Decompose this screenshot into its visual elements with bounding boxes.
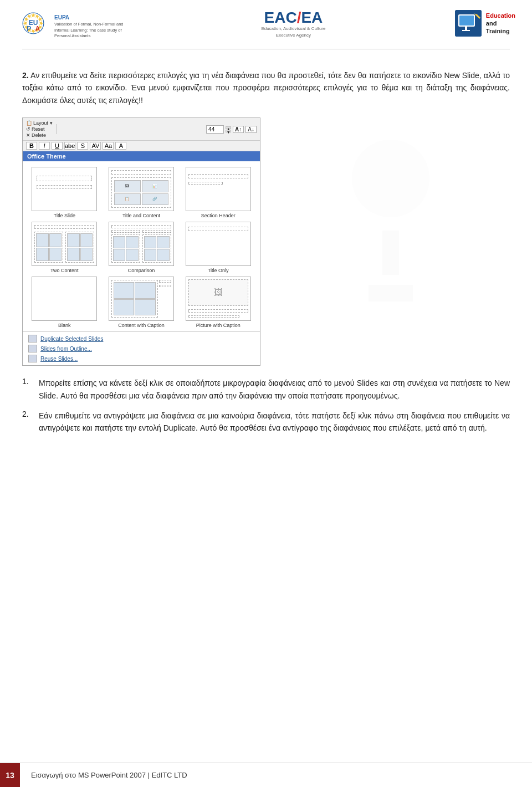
svg-rect-20	[462, 30, 470, 31]
section-main-bar	[188, 174, 248, 178]
page-footer: 13 Εισαγωγή στο MS PowerPoint 2007 | EdI…	[0, 763, 532, 787]
layout-item-comparison[interactable]: Comparison	[103, 219, 180, 274]
layout-thumb-title-content: 🖼 📊 📋 🔗	[109, 167, 174, 211]
layout-item-title-slide[interactable]: Title Slide	[26, 165, 103, 219]
pic-icon: 🖼	[214, 288, 223, 298]
strikethrough-button[interactable]: abe	[64, 142, 75, 150]
eupa-logo-icon: EU P A	[17, 10, 50, 43]
font-buttons-row: B I U abe S AV Aa A	[23, 141, 260, 151]
r-icon-1	[67, 233, 80, 247]
font-color-button[interactable]: A	[115, 142, 126, 150]
layout-thumb-title-only	[186, 222, 251, 266]
r-icon-2	[80, 233, 93, 247]
title-only-bar	[188, 227, 248, 231]
office-theme-header: Office Theme	[23, 151, 260, 161]
section-number: 2.	[22, 71, 29, 80]
font-size-up[interactable]: ▲	[226, 126, 231, 129]
layout-item-picture-caption[interactable]: 🖼 Picture with Caption	[180, 274, 257, 329]
education-logo-text: Education and Training	[486, 12, 515, 35]
layout-label-title-only: Title Only	[208, 268, 229, 273]
comp-top-bar	[111, 225, 171, 228]
section2-text: Αν επιθυμείτε να δείτε περισσότερες επιλ…	[22, 71, 510, 105]
footer-text: Εισαγωγή στο MS PowerPoint 2007 | EdITC …	[31, 771, 187, 779]
svg-text:P: P	[27, 25, 31, 33]
layout-label-two-content: Two Content	[50, 268, 79, 273]
layout-thumb-content-caption	[109, 277, 174, 321]
layout-item-two-content[interactable]: Two Content	[26, 219, 103, 274]
comp-left-content	[111, 234, 140, 263]
svg-rect-18	[459, 16, 474, 25]
underline-button[interactable]: U	[52, 142, 63, 150]
font-shrink-btn[interactable]: A↓	[245, 126, 257, 133]
pic-area: 🖼	[188, 279, 248, 306]
eacea-logo: EAC / EA Education, Audiovisual & Cultur…	[261, 10, 325, 39]
ppt-toolbar: 📋 Layout ▾ ↺ Reset ✕ Delete	[23, 118, 260, 141]
char-spacing-button[interactable]: AV	[90, 142, 101, 150]
content-caption-area	[111, 280, 158, 318]
eupa-logo: EU P A EUPA Validation of Formal, Non-Fo…	[17, 10, 132, 43]
layout-icon: 📋	[26, 120, 32, 126]
bold-button[interactable]: B	[26, 142, 37, 150]
title-bar	[37, 176, 92, 181]
r-icon-4	[80, 248, 93, 262]
top-bar	[111, 170, 171, 175]
font-size-input[interactable]	[206, 125, 224, 134]
two-right-area	[65, 232, 94, 263]
left-icon-grid	[35, 232, 63, 262]
layout-thumb-picture-caption: 🖼	[186, 277, 251, 321]
icon-cell-2: 📊	[142, 180, 168, 192]
main-content: 2. Αν επιθυμείτε να δείτε περισσότερες ε…	[0, 58, 532, 454]
education-logo-icon	[455, 10, 482, 37]
cap-bar	[188, 309, 248, 313]
comp-right-content	[142, 234, 171, 263]
two-left-area	[34, 232, 63, 263]
l-icon-1	[36, 233, 49, 247]
r-icon-3	[67, 248, 80, 262]
cc-4	[135, 299, 156, 316]
eacea-subtitle: Education, Audiovisual & Culture Executi…	[261, 25, 325, 39]
layout-thumb-blank	[32, 277, 97, 321]
shadow-button[interactable]: S	[77, 142, 88, 150]
layout-item-title-content[interactable]: 🖼 📊 📋 🔗 Title and Content	[103, 165, 180, 219]
l-icon-3	[36, 248, 49, 262]
section2-paragraph: 2. Αν επιθυμείτε να δείτε περισσότερες ε…	[22, 69, 510, 106]
cc-1	[114, 282, 135, 299]
subtitle-bar	[37, 185, 92, 189]
menu-item-outline[interactable]: Slides from Outline...	[26, 344, 257, 354]
outline-icon	[28, 345, 37, 352]
menu-bottom: Duplicate Selected Slides Slides from Ou…	[23, 331, 260, 365]
list-text-1: Μπορείτε επίσης να κάνετε δεξί κλικ σε ο…	[39, 377, 510, 402]
duplicate-icon	[28, 335, 37, 343]
layout-thumb-section-header	[186, 167, 251, 211]
layout-item-content-caption[interactable]: Content with Caption	[103, 274, 180, 329]
numbered-list: 1. Μπορείτε επίσης να κάνετε δεξί κλικ σ…	[22, 377, 510, 435]
list-num-1: 1.	[22, 377, 32, 386]
icon-cell-4: 🔗	[142, 193, 168, 206]
two-top-bar	[34, 225, 94, 229]
icon-cell-3: 📋	[114, 193, 141, 206]
menu-item-reuse[interactable]: Reuse Slides...	[26, 354, 257, 364]
layout-label-title-content: Title and Content	[122, 213, 160, 218]
icon-cell-1: 🖼	[114, 180, 141, 192]
delete-label: Delete	[32, 132, 46, 138]
reset-icon: ↺	[26, 126, 30, 132]
layout-item-title-only[interactable]: Title Only	[180, 219, 257, 274]
watermark-circle	[352, 140, 429, 217]
layout-item-section-header[interactable]: Section Header	[180, 165, 257, 219]
layout-label-blank: Blank	[58, 323, 71, 328]
layout-item-blank[interactable]: Blank	[26, 274, 103, 329]
cl-1	[113, 236, 126, 248]
cl-3	[113, 249, 126, 261]
case-button[interactable]: Aa	[103, 142, 114, 150]
reuse-icon	[28, 355, 37, 362]
eacea-ea-text: EA	[301, 10, 323, 25]
font-size-down[interactable]: ▼	[226, 130, 231, 132]
page-header: EU P A EUPA Validation of Formal, Non-Fo…	[0, 0, 532, 49]
font-grow-btn[interactable]: A↑	[233, 126, 244, 133]
layout-grid: Title Slide 🖼 📊 📋 🔗	[23, 161, 260, 331]
watermark-rect-tall	[382, 231, 399, 275]
right-icon-grid	[66, 232, 94, 262]
italic-button[interactable]: I	[39, 142, 50, 150]
menu-item-duplicate[interactable]: Duplicate Selected Slides	[26, 334, 257, 344]
list-item-1: 1. Μπορείτε επίσης να κάνετε δεξί κλικ σ…	[22, 377, 510, 402]
